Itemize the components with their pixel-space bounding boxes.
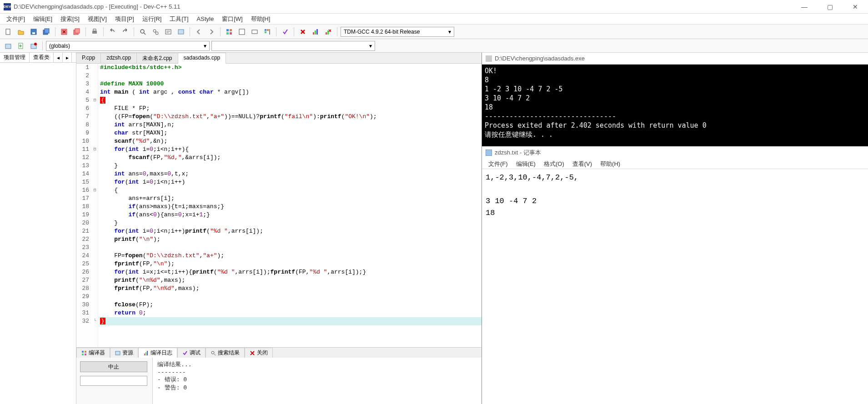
console-title: D:\DEV\chengping\sadasdads.exe [495, 55, 585, 62]
search-icon [211, 350, 216, 356]
close-all-button[interactable] [71, 26, 82, 37]
notepad-content[interactable]: 1,-2,3,10,-4,7,2,-5, 3 10 -4 7 2 18 [482, 169, 868, 404]
forward-button[interactable] [206, 26, 217, 37]
menu-item-4[interactable]: 项目[P] [111, 14, 138, 24]
add-to-project-button[interactable] [15, 40, 26, 51]
redo-button[interactable] [120, 26, 130, 37]
save-button[interactable] [28, 26, 39, 37]
compile-command-input[interactable] [80, 376, 147, 386]
svg-point-12 [156, 32, 158, 35]
rebuild-button[interactable] [262, 26, 273, 37]
chevron-down-icon: ▾ [448, 29, 451, 35]
notepad-menu-4[interactable]: 帮助(H) [597, 159, 624, 169]
tab-classes[interactable]: 查看类 [30, 53, 54, 62]
notepad-menu-1[interactable]: 编辑(E) [512, 159, 539, 169]
svg-rect-24 [269, 29, 270, 35]
log-icon [143, 350, 149, 356]
project-tree[interactable] [0, 63, 76, 404]
svg-rect-7 [75, 29, 80, 33]
close-file-button[interactable] [59, 26, 70, 37]
menu-item-8[interactable]: 窗口[W] [218, 14, 246, 24]
close-button[interactable]: ✕ [846, 0, 864, 13]
compile-button[interactable] [224, 26, 235, 37]
bottom-panel-controls: 中止 [76, 358, 153, 404]
options-button[interactable] [176, 26, 186, 37]
save-all-button[interactable] [41, 26, 52, 37]
file-tab-sadasdads-cpp[interactable]: sadasdads.cpp [178, 53, 226, 64]
debug-button[interactable] [280, 26, 291, 37]
svg-rect-37 [85, 354, 86, 355]
bottom-panel: 中止 编译结果... -------- - 错误: 0 - 警告: 0 [76, 357, 482, 404]
svg-rect-17 [226, 32, 229, 35]
fold-gutter[interactable]: ⊟⊟⊟└ [92, 64, 98, 347]
tab-scroll-left[interactable]: ◂ [54, 53, 63, 62]
scope-select[interactable]: (globals) ▾ [46, 41, 210, 51]
chevron-down-icon: ▾ [369, 43, 372, 49]
notepad-menu-0[interactable]: 文件(F) [485, 159, 512, 169]
file-tab-P-cpp[interactable]: P.cpp [76, 53, 101, 63]
minimize-button[interactable]: — [795, 0, 813, 13]
menu-item-7[interactable]: AStyle [193, 15, 218, 23]
new-project-button[interactable] [3, 40, 14, 51]
notepad-menu-3[interactable]: 查看(V) [569, 159, 596, 169]
menu-item-2[interactable]: 搜索[S] [57, 14, 83, 24]
menu-item-3[interactable]: 视图[V] [84, 14, 110, 24]
maximize-button[interactable]: ▢ [821, 0, 839, 13]
code-editor[interactable]: 1234567891011121314151617181920212223242… [76, 64, 482, 347]
menu-item-6[interactable]: 工具[T] [166, 14, 192, 24]
tab-project[interactable]: 项目管理 [0, 53, 30, 62]
menu-item-0[interactable]: 文件[F] [3, 14, 29, 24]
compile-run-button[interactable] [249, 26, 260, 37]
console-output[interactable]: OK! 8 1 -2 3 10 -4 7 2 -5 3 10 -4 7 2 18… [482, 65, 868, 146]
stop-button[interactable] [297, 26, 308, 37]
file-tabs: P.cppzdzsh.cpp未命名2.cppsadasdads.cpp [76, 53, 482, 64]
find-button[interactable] [137, 26, 148, 37]
back-button[interactable] [193, 26, 204, 37]
main-toolbar: TDM-GCC 4.9.2 64-bit Release ▾ [0, 25, 868, 39]
svg-rect-23 [265, 31, 266, 33]
svg-point-42 [211, 351, 214, 354]
menu-item-1[interactable]: 编辑[E] [30, 14, 56, 24]
undo-button[interactable] [107, 26, 118, 37]
menu-item-9[interactable]: 帮助[H] [247, 14, 274, 24]
file-tab-zdzsh-cpp[interactable]: zdzsh.cpp [101, 53, 137, 63]
print-button[interactable] [89, 26, 100, 37]
profile-analysis-button[interactable] [310, 26, 321, 37]
bottom-tab-关闭[interactable]: 关闭 [245, 348, 273, 358]
file-tab--2-cpp[interactable]: 未命名2.cpp [137, 53, 178, 63]
bottom-tab-搜索结果[interactable]: 搜索结果 [206, 348, 245, 358]
left-panel: 项目管理 查看类 ◂ ▸ [0, 53, 76, 404]
abort-button[interactable]: 中止 [80, 361, 147, 372]
member-select[interactable]: ▾ [211, 41, 375, 51]
tab-scroll-right[interactable]: ▸ [63, 53, 72, 62]
remove-from-project-button[interactable] [28, 40, 39, 51]
code-content[interactable]: #include<bits/stdc++.h>#define MAXN 1000… [98, 64, 482, 347]
delete-profile-button[interactable] [323, 26, 334, 37]
svg-rect-39 [144, 354, 145, 355]
svg-rect-25 [313, 32, 314, 35]
svg-rect-35 [85, 351, 86, 353]
replace-button[interactable] [150, 26, 161, 37]
goto-line-button[interactable] [163, 26, 174, 37]
open-file-button[interactable] [15, 26, 26, 37]
svg-rect-16 [230, 29, 232, 31]
svg-rect-14 [178, 30, 184, 34]
bottom-tab-资源[interactable]: 资源 [110, 348, 138, 358]
notepad-title-bar[interactable]: zdzsh.txt - 记事本 [482, 146, 868, 159]
title-bar: DEV D:\DEV\chengping\sadasdads.cpp - [Ex… [0, 0, 868, 14]
compiler-select[interactable]: TDM-GCC 4.9.2 64-bit Release ▾ [341, 27, 454, 37]
console-icon [486, 55, 492, 62]
bottom-tab-编译日志[interactable]: 编译日志 [138, 348, 177, 358]
console-title-bar[interactable]: D:\DEV\chengping\sadasdads.exe [482, 53, 868, 65]
notepad-menu-2[interactable]: 格式(O) [540, 159, 568, 169]
bottom-tab-编译器[interactable]: 编译器 [76, 348, 110, 358]
menu-item-5[interactable]: 运行[R] [139, 14, 166, 24]
svg-point-10 [140, 30, 144, 33]
bottom-tab-调试[interactable]: 调试 [177, 348, 206, 358]
svg-rect-15 [226, 29, 229, 31]
run-button[interactable] [236, 26, 247, 37]
console-window: D:\DEV\chengping\sadasdads.exe OK! 8 1 -… [482, 53, 868, 146]
svg-rect-2 [32, 32, 35, 34]
close-icon [250, 350, 255, 356]
new-file-button[interactable] [3, 26, 14, 37]
